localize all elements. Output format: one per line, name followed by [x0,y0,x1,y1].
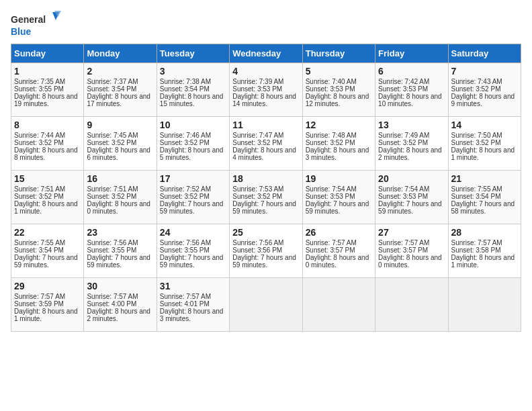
daylight-label: Daylight: 8 hours and 0 minutes. [306,254,369,269]
sunrise-label: Sunrise: 7:56 AM [232,239,283,246]
day-number: 16 [87,173,153,184]
daylight-label: Daylight: 7 hours and 59 minutes. [232,200,296,215]
header-row: SundayMondayTuesdayWednesdayThursdayFrid… [11,44,521,63]
daylight-label: Daylight: 8 hours and 14 minutes. [232,93,296,107]
day-number: 1 [14,66,81,77]
calendar-cell: 26Sunrise: 7:57 AMSunset: 3:57 PMDayligh… [302,224,375,278]
sunset-label: Sunset: 3:53 PM [232,85,282,93]
week-row-2: 8Sunrise: 7:44 AMSunset: 3:52 PMDaylight… [11,117,521,171]
daylight-label: Daylight: 7 hours and 59 minutes. [14,254,78,269]
day-number: 11 [232,120,299,130]
sunset-label: Sunset: 3:52 PM [232,193,282,200]
day-number: 26 [306,227,372,238]
calendar-cell: 22Sunrise: 7:55 AMSunset: 3:54 PMDayligh… [11,224,84,278]
calendar-cell [302,278,375,332]
week-row-1: 1Sunrise: 7:35 AMSunset: 3:55 PMDaylight… [11,63,521,117]
day-number: 13 [378,120,445,130]
calendar-cell: 1Sunrise: 7:35 AMSunset: 3:55 PMDaylight… [11,63,84,117]
daylight-label: Daylight: 8 hours and 15 minutes. [160,93,224,107]
sunrise-label: Sunrise: 7:44 AM [14,132,65,139]
daylight-label: Daylight: 8 hours and 0 minutes. [378,254,442,269]
logo: General Blue [11,11,64,41]
calendar-cell: 29Sunrise: 7:57 AMSunset: 3:59 PMDayligh… [11,278,84,332]
day-number: 14 [451,120,518,130]
column-header-monday: Monday [84,44,157,63]
sunrise-label: Sunrise: 7:54 AM [378,185,429,193]
sunset-label: Sunset: 3:57 PM [306,246,355,254]
sunset-label: Sunset: 3:55 PM [14,85,64,93]
sunrise-label: Sunrise: 7:39 AM [232,78,283,85]
sunrise-label: Sunrise: 7:50 AM [451,132,502,139]
calendar-cell: 15Sunrise: 7:51 AMSunset: 3:52 PMDayligh… [11,171,84,224]
daylight-label: Daylight: 7 hours and 59 minutes. [160,200,224,215]
daylight-label: Daylight: 8 hours and 17 minutes. [87,93,150,107]
sunrise-label: Sunrise: 7:52 AM [160,185,211,193]
sunrise-label: Sunrise: 7:56 AM [160,239,211,246]
sunset-label: Sunset: 4:00 PM [87,300,136,308]
svg-text:Blue: Blue [11,26,32,37]
sunset-label: Sunset: 3:52 PM [87,193,136,200]
sunrise-label: Sunrise: 7:49 AM [378,132,429,139]
day-number: 18 [232,173,299,184]
day-number: 23 [87,227,153,238]
sunrise-label: Sunrise: 7:53 AM [232,185,283,193]
calendar-cell: 9Sunrise: 7:45 AMSunset: 3:52 PMDaylight… [84,117,157,171]
calendar-cell: 5Sunrise: 7:40 AMSunset: 3:53 PMDaylight… [302,63,375,117]
logo-svg: General Blue [11,11,64,41]
calendar-cell: 6Sunrise: 7:42 AMSunset: 3:53 PMDaylight… [375,63,448,117]
daylight-label: Daylight: 8 hours and 3 minutes. [306,146,369,161]
week-row-4: 22Sunrise: 7:55 AMSunset: 3:54 PMDayligh… [11,224,521,278]
sunrise-label: Sunrise: 7:56 AM [87,239,138,246]
week-row-5: 29Sunrise: 7:57 AMSunset: 3:59 PMDayligh… [11,278,521,332]
day-number: 8 [14,120,81,130]
sunset-label: Sunset: 3:52 PM [451,85,501,93]
daylight-label: Daylight: 7 hours and 59 minutes. [87,254,150,269]
sunset-label: Sunset: 3:52 PM [14,193,64,200]
daylight-label: Daylight: 7 hours and 59 minutes. [306,200,369,215]
calendar-cell [230,278,302,332]
sunset-label: Sunset: 3:54 PM [87,85,136,93]
column-header-saturday: Saturday [448,44,521,63]
sunset-label: Sunset: 3:52 PM [14,139,64,146]
sunrise-label: Sunrise: 7:57 AM [451,239,502,246]
daylight-label: Daylight: 8 hours and 2 minutes. [87,308,150,322]
sunset-label: Sunset: 3:53 PM [306,193,355,200]
calendar-body: 1Sunrise: 7:35 AMSunset: 3:55 PMDaylight… [11,63,521,332]
day-number: 30 [87,281,153,291]
sunrise-label: Sunrise: 7:57 AM [160,293,211,300]
calendar-header: SundayMondayTuesdayWednesdayThursdayFrid… [11,44,521,63]
daylight-label: Daylight: 8 hours and 9 minutes. [451,93,515,107]
sunset-label: Sunset: 3:54 PM [451,193,501,200]
sunset-label: Sunset: 3:52 PM [306,139,355,146]
sunset-label: Sunset: 3:52 PM [451,139,501,146]
calendar-cell: 17Sunrise: 7:52 AMSunset: 3:52 PMDayligh… [157,171,229,224]
calendar-cell: 30Sunrise: 7:57 AMSunset: 4:00 PMDayligh… [84,278,157,332]
sunset-label: Sunset: 3:53 PM [378,85,428,93]
day-number: 5 [306,66,372,77]
day-number: 28 [451,227,518,238]
day-number: 25 [232,227,299,238]
daylight-label: Daylight: 8 hours and 1 minute. [14,200,78,215]
calendar-cell: 27Sunrise: 7:57 AMSunset: 3:57 PMDayligh… [375,224,448,278]
day-number: 24 [160,227,226,238]
sunrise-label: Sunrise: 7:43 AM [451,78,502,85]
calendar-cell [375,278,448,332]
sunrise-label: Sunrise: 7:55 AM [451,185,502,193]
daylight-label: Daylight: 8 hours and 19 minutes. [14,93,78,107]
sunset-label: Sunset: 3:55 PM [160,246,210,254]
day-number: 6 [378,66,445,77]
day-number: 20 [378,173,445,184]
calendar-cell: 3Sunrise: 7:38 AMSunset: 3:54 PMDaylight… [157,63,229,117]
sunrise-label: Sunrise: 7:54 AM [306,185,357,193]
calendar-cell: 19Sunrise: 7:54 AMSunset: 3:53 PMDayligh… [302,171,375,224]
day-number: 9 [87,120,153,130]
sunrise-label: Sunrise: 7:55 AM [14,239,65,246]
calendar-cell: 16Sunrise: 7:51 AMSunset: 3:52 PMDayligh… [84,171,157,224]
sunrise-label: Sunrise: 7:35 AM [14,78,65,85]
daylight-label: Daylight: 8 hours and 12 minutes. [306,93,369,107]
daylight-label: Daylight: 8 hours and 4 minutes. [232,146,296,161]
sunset-label: Sunset: 3:56 PM [232,246,282,254]
daylight-label: Daylight: 7 hours and 59 minutes. [160,254,224,269]
sunset-label: Sunset: 3:53 PM [306,85,355,93]
calendar-cell: 20Sunrise: 7:54 AMSunset: 3:53 PMDayligh… [375,171,448,224]
